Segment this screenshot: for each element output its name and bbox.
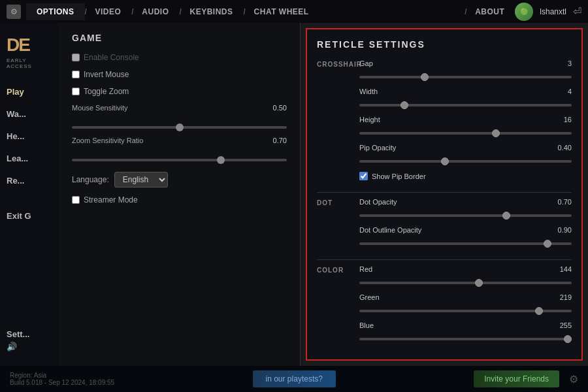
bottom-center: in our playtests? [124,370,464,387]
gap-slider[interactable] [359,76,572,78]
tab-keybinds[interactable]: KEYBINDS [180,3,244,20]
mouse-sensitivity-label: Mouse Sensitivity [72,104,259,112]
width-row: Width 4 [359,88,572,109]
username-label: lshanxtl [540,7,566,16]
user-avatar: 🟢 [515,3,533,21]
sidebar-item-2[interactable]: Wa... [7,108,52,120]
green-label: Green [359,293,380,301]
tab-chat-wheel[interactable]: CHAT WHEEL [244,3,319,20]
dot-opacity-row: Dot Opacity 0.70 [359,198,572,220]
blue-header: Blue 255 [359,321,572,329]
dot-outline-opacity-value: 0.90 [558,226,572,234]
zoom-sensitivity-slider[interactable] [72,159,287,161]
red-label: Red [359,265,372,273]
mouse-sensitivity-slider-container [72,120,287,131]
sidebar-item-5[interactable]: Re... [7,174,52,187]
green-slider[interactable] [359,310,572,312]
gap-header: Gap 3 [359,59,572,67]
invert-mouse-label: Invert Mouse [72,70,287,79]
sidebar: DE EARLY ACCESS Play Wa... He... Lea... … [0,23,59,366]
color-content: Red 144 Green 219 Blue [359,265,572,350]
color-section-label: COLOR [317,265,359,350]
enable-console-label: Enable Console [72,53,287,62]
sidebar-item-settings[interactable]: Sett... [7,328,52,340]
width-header: Width 4 [359,88,572,95]
divider-2 [317,259,572,260]
red-header: Red 144 [359,265,572,273]
invert-mouse-checkbox[interactable] [72,71,80,78]
dot-opacity-header: Dot Opacity 0.70 [359,198,572,206]
zoom-sensitivity-value: 0.70 [264,137,287,144]
streamer-mode-row: Streamer Mode [72,195,287,204]
blue-row: Blue 255 [359,321,572,343]
height-slider[interactable] [359,132,572,135]
sidebar-bottom: Sett... 🔊 [7,328,52,353]
crosshair-content: Gap 3 Width 4 Height [359,59,572,187]
pip-opacity-value: 0.40 [558,144,572,152]
dot-outline-opacity-label: Dot Outline Opacity [359,226,421,234]
playtest-button[interactable]: in our playtests? [253,370,336,387]
tab-audio[interactable]: AUDIO [131,3,179,20]
pip-opacity-slider[interactable] [359,160,572,163]
mouse-sensitivity-row: Mouse Sensitivity 0.50 [72,104,287,112]
green-value: 219 [560,293,572,301]
blue-value: 255 [560,321,572,329]
build-label: Build 5.018 - Sep 12 2024, 18:09:55 [10,379,114,386]
game-options-title: GAME [72,33,287,43]
green-header: Green 219 [359,293,572,301]
tab-options[interactable]: OPTIONS [26,3,85,20]
dot-opacity-label: Dot Opacity [359,198,397,206]
volume-icon[interactable]: 🔊 [7,340,52,353]
green-row: Green 219 [359,293,572,315]
sidebar-item-4[interactable]: Lea... [7,152,52,165]
language-row: Language: English French German Spanish [72,172,287,188]
height-row: Height 16 [359,116,572,137]
dot-section-label: DOT [317,198,359,254]
mouse-sensitivity-value: 0.50 [264,104,287,112]
tab-about[interactable]: ABOUT [465,3,515,20]
invite-button[interactable]: Invite your Friends [474,370,559,387]
height-label: Height [359,116,380,123]
main-content: DE EARLY ACCESS Play Wa... He... Lea... … [0,23,588,366]
gap-row: Gap 3 [359,59,572,81]
sidebar-item-3[interactable]: He... [7,130,52,142]
dot-outline-opacity-header: Dot Outline Opacity 0.90 [359,226,572,234]
blue-slider[interactable] [359,338,572,340]
width-slider[interactable] [359,104,572,106]
dot-section: DOT Dot Opacity 0.70 Dot Outline Opacity… [317,198,572,254]
sidebar-item-play[interactable]: Play [7,86,52,98]
sidebar-item-exit[interactable]: Exit G [7,210,52,222]
build-info: Region: Asia Build 5.018 - Sep 12 2024, … [10,372,114,386]
red-value: 144 [560,265,572,273]
height-header: Height 16 [359,116,572,123]
enable-console-row: Enable Console [72,53,287,62]
settings-bottom-icon[interactable]: ⚙ [569,373,578,385]
toggle-zoom-checkbox[interactable] [72,88,80,95]
streamer-mode-checkbox[interactable] [72,196,80,204]
region-label: Region: Asia [10,372,114,379]
enable-console-checkbox[interactable] [72,54,80,61]
mouse-sensitivity-slider[interactable] [72,126,287,129]
pip-opacity-header: Pip Opacity 0.40 [359,144,572,152]
color-section: COLOR Red 144 Green 219 [317,265,572,350]
streamer-mode-label: Streamer Mode [72,195,287,204]
dot-outline-opacity-slider[interactable] [359,242,572,245]
sidebar-logo: DE EARLY ACCESS [7,36,52,76]
gap-value: 3 [568,59,572,67]
pip-opacity-label: Pip Opacity [359,144,396,152]
width-label: Width [359,88,378,95]
width-value: 4 [568,88,572,95]
show-pip-border-row: Show Pip Border [359,172,572,180]
pip-opacity-row: Pip Opacity 0.40 [359,144,572,165]
red-slider[interactable] [359,282,572,284]
dot-opacity-value: 0.70 [558,198,572,206]
settings-icon[interactable]: ⏎ [573,5,581,18]
reticle-settings-panel: RETICLE SETTINGS CROSSHAIR Gap 3 Width [306,28,583,361]
dot-opacity-slider[interactable] [359,214,572,217]
show-pip-border-checkbox[interactable] [359,172,368,180]
dot-content: Dot Opacity 0.70 Dot Outline Opacity 0.9… [359,198,572,254]
height-value: 16 [564,116,572,123]
tab-video[interactable]: VIDEO [85,3,132,20]
dot-outline-opacity-row: Dot Outline Opacity 0.90 [359,226,572,248]
language-select[interactable]: English French German Spanish [114,172,168,188]
